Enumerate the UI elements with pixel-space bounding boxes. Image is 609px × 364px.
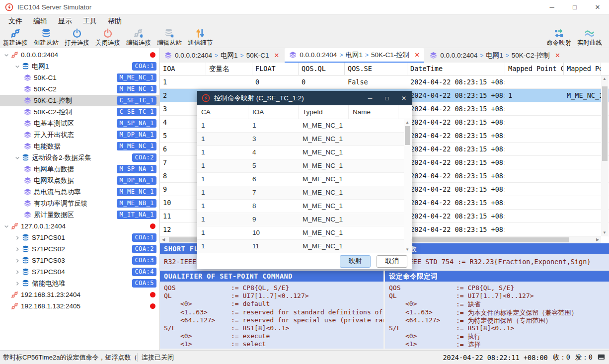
dialog-table-row[interactable]: 11M_ME_NC_1: [197, 119, 412, 133]
vertical-scrollbar[interactable]: ▲ ▼: [601, 75, 609, 236]
close-button[interactable]: ✕: [586, 0, 609, 14]
dialog-vertical-scrollbar[interactable]: ▲ ▼: [404, 119, 411, 253]
tree-item[interactable]: 50K-C1M_ME_NC_1: [0, 72, 159, 83]
dialog-table-row[interactable]: 13M_ME_NC_1: [197, 133, 412, 146]
toolbar-connector-edit-button[interactable]: 编辑连接: [123, 28, 154, 48]
scroll-down-icon[interactable]: ▼: [601, 229, 608, 236]
tab-2[interactable]: 0.0.0.0:2404>电网1>50K-C2-控制✕: [425, 48, 565, 63]
tree-item[interactable]: 开入开出状态M_DP_NA_1: [0, 129, 159, 141]
tree-item[interactable]: 电能数据M_ME_NC_1: [0, 141, 159, 152]
table-cell: [505, 196, 564, 209]
column-header[interactable]: Mapped Point: [564, 63, 601, 75]
offline-dot-icon: [150, 303, 155, 309]
dialog-table-cell: M_ME_NC_1: [299, 133, 349, 146]
tab-close-icon[interactable]: ✕: [274, 52, 279, 59]
column-header[interactable]: Mapped Point CA: [505, 63, 564, 75]
scrollbar-thumb[interactable]: [405, 126, 410, 145]
tab-0[interactable]: 0.0.0.0:2404>电网1>50K-C1✕: [160, 48, 284, 63]
menu-item-3[interactable]: 工具: [77, 15, 102, 27]
toolbar-connector-button[interactable]: 新建连接: [0, 28, 31, 48]
tree-item[interactable]: 50K-C1-控制C_SE_TC_1: [0, 95, 159, 106]
tree-item[interactable]: 储能电池堆COA:5: [0, 278, 159, 289]
dialog-column-header[interactable]: Name: [349, 105, 398, 119]
dialog-table-cell: 9: [248, 213, 299, 226]
dialog-table-row[interactable]: 14M_ME_NC_1: [197, 146, 412, 159]
typeid-badge: M_ME_NB_1: [117, 199, 156, 208]
tree-item[interactable]: S71PCS04COA:4: [0, 266, 159, 278]
toolbar-realtime-curve-button[interactable]: 实时曲线: [574, 28, 605, 48]
tree-item[interactable]: 50K-C2-控制C_SE_TC_1: [0, 106, 159, 118]
dialog-table-cell: [349, 213, 398, 226]
tree-item[interactable]: 远动设备2-数据采集COA:2: [0, 152, 159, 163]
dialog-column-header[interactable]: TypeId: [299, 105, 349, 119]
column-header[interactable]: 变量名: [206, 63, 252, 75]
tree-item[interactable]: 电基本测试区M_SP_NA_1: [0, 118, 159, 129]
map-button[interactable]: 映射: [340, 255, 371, 268]
column-header[interactable]: QOS.SE: [345, 63, 407, 75]
minimize-button[interactable]: ─: [540, 0, 563, 14]
panel-short-float-zh: 短浮点数 R32-IEEE STD 754 := R32.23{Fraction…: [385, 243, 609, 270]
tree-item[interactable]: S71PCS01COA:1: [0, 232, 159, 243]
menu-item-4[interactable]: 帮助: [102, 15, 127, 27]
toolbar-comm-detail-button[interactable]: 通信细节: [185, 28, 216, 48]
tree-item[interactable]: 192.168.31.23:2404: [0, 289, 159, 300]
dialog-table-row[interactable]: 16M_ME_NC_1: [197, 173, 412, 186]
dialog-column-header[interactable]: IOA: [248, 105, 299, 119]
tree-item[interactable]: 0.0.0.0:2404: [0, 49, 159, 61]
tree-item[interactable]: 有功功率调节反馈M_ME_NB_1: [0, 198, 159, 209]
dialog-table-row[interactable]: 15M_ME_NC_1: [197, 159, 412, 173]
tree-item[interactable]: S71PCS02COA:2: [0, 243, 159, 255]
scrollbar-thumb[interactable]: [602, 86, 608, 161]
dialog-maximize-button[interactable]: □: [379, 91, 395, 105]
maximize-button[interactable]: □: [563, 0, 586, 14]
tab-close-icon[interactable]: ✕: [414, 51, 420, 59]
table-cell: [505, 210, 564, 222]
tree-item[interactable]: 50K-C2M_ME_NC_1: [0, 83, 159, 95]
menu-item-1[interactable]: 编辑: [28, 15, 53, 27]
tab-close-icon[interactable]: ✕: [555, 52, 560, 59]
toolbar-database-edit-button[interactable]: 编辑从站: [154, 28, 185, 48]
dialog-close-button[interactable]: ✕: [395, 91, 412, 105]
column-header[interactable]: QOS.QL: [299, 63, 345, 75]
menu-item-2[interactable]: 显示: [53, 15, 77, 27]
tree-item[interactable]: 127.0.0.1:2404: [0, 220, 159, 232]
dialog-table-row[interactable]: 19M_ME_NC_1: [197, 213, 412, 226]
toolbar-power-off-button[interactable]: 关闭连接: [92, 28, 123, 48]
tree-item[interactable]: 总电流与总功率M_ME_NC_1: [0, 186, 159, 198]
tree-item[interactable]: 电网单点数据M_SP_NA_1: [0, 163, 159, 175]
tree-item[interactable]: S71PCS03COA:3: [0, 255, 159, 266]
table-cell: [206, 75, 252, 88]
dialog-minimize-button[interactable]: ─: [362, 91, 379, 105]
toolbar-command-map-button[interactable]: 命令映射: [543, 28, 574, 48]
comm-detail-icon: [195, 28, 205, 38]
scroll-left-icon[interactable]: ◀: [160, 236, 167, 243]
scroll-up-icon[interactable]: ▲: [404, 119, 411, 126]
status-message: 带时标CP56Time2a的设定值命令，短浮点数（63），对象数: [0, 353, 138, 362]
tree-item[interactable]: 192.168.1.132:2405: [0, 300, 159, 312]
dialog-table-cell: 1: [197, 146, 248, 159]
scroll-down-icon[interactable]: ▼: [404, 246, 411, 253]
column-header[interactable]: DateTime: [407, 63, 505, 75]
typeid-badge: M_ME_NC_1: [117, 73, 156, 82]
column-header[interactable]: IOA: [160, 63, 206, 75]
tab-breadcrumb: 0.0.0.0:2404>电网1>50K-C2-控制: [440, 51, 550, 60]
menu-item-0[interactable]: 文件: [3, 15, 28, 27]
tab-1[interactable]: 0.0.0.0:2404>电网1>50K-C1-控制✕: [285, 48, 424, 63]
tree-item[interactable]: 电网1COA:1: [0, 61, 159, 72]
table-cell: 2024-04-22 08:23:15 +08:00: [407, 143, 505, 155]
column-header[interactable]: FLOAT: [252, 63, 299, 75]
dialog-table-row[interactable]: 110M_ME_NC_1: [197, 226, 412, 240]
dialog-table-row[interactable]: 17M_ME_NC_1: [197, 186, 412, 200]
toolbar-database-blue-button[interactable]: 创建从站: [31, 28, 62, 48]
toolbar-power-on-button[interactable]: 打开连接: [62, 28, 92, 48]
link-icon: [11, 222, 18, 230]
cancel-button[interactable]: 取消: [377, 255, 407, 268]
scroll-up-icon[interactable]: ▲: [601, 75, 608, 82]
tree-item[interactable]: 电网双点数据M_DP_NA_1: [0, 175, 159, 186]
scroll-right-icon[interactable]: ▶: [594, 236, 601, 243]
table-row[interactable]: 100False2024-04-22 08:23:15 +08:00: [160, 75, 609, 89]
dialog-table-row[interactable]: 111M_ME_NC_1: [197, 240, 412, 253]
dialog-table-row[interactable]: 18M_ME_NC_1: [197, 200, 412, 213]
dialog-column-header[interactable]: CA: [197, 105, 248, 119]
tree-item[interactable]: 累计量数据区M_IT_NA_1: [0, 209, 159, 220]
